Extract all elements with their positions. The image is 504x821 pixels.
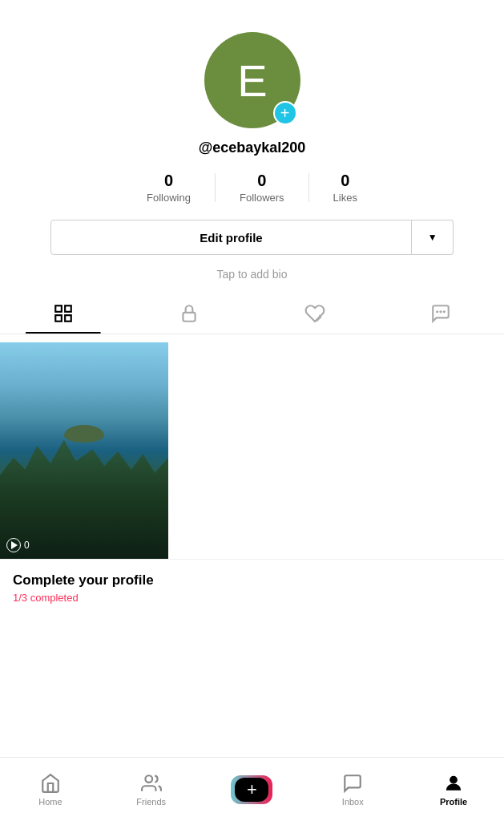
main-content: E + @ecebaykal200 0 Following 0 Follower…	[0, 0, 504, 674]
content-tabs	[0, 293, 504, 334]
add-avatar-button[interactable]: +	[273, 101, 297, 125]
more-options-button[interactable]: ▼	[412, 220, 454, 255]
complete-profile-banner[interactable]: Complete your profile 1/3 completed	[0, 559, 504, 610]
home-icon	[40, 773, 61, 794]
svg-rect-3	[65, 315, 71, 322]
avatar-letter: E	[237, 55, 266, 107]
profile-section: E + @ecebaykal200 0 Following 0 Follower…	[0, 0, 504, 342]
followers-count: 0	[257, 171, 266, 190]
bottom-nav: Home Friends + Inbox Profile	[0, 757, 504, 821]
svg-rect-1	[65, 305, 71, 312]
nav-profile[interactable]: Profile	[403, 773, 504, 807]
nav-friends[interactable]: Friends	[101, 773, 202, 807]
avatar-container[interactable]: E +	[204, 32, 300, 128]
view-count: 0	[24, 540, 30, 551]
tab-tagged[interactable]	[378, 293, 504, 334]
followers-stat[interactable]: 0 Followers	[216, 171, 308, 204]
stats-row: 0 Following 0 Followers 0 Likes	[0, 171, 504, 204]
plus-button-inner: +	[231, 775, 272, 804]
video-thumbnail[interactable]: 0	[0, 342, 168, 559]
profile-actions: Edit profile ▼	[50, 220, 454, 255]
inbox-label: Inbox	[342, 797, 364, 807]
plus-sign: +	[247, 779, 257, 800]
complete-profile-subtitle: 1/3 completed	[13, 592, 491, 604]
play-icon	[6, 538, 21, 552]
friends-icon	[141, 773, 162, 794]
likes-label: Likes	[333, 192, 357, 204]
svg-rect-0	[55, 305, 62, 312]
lock-icon	[179, 303, 200, 324]
profile-label: Profile	[440, 797, 467, 807]
create-button[interactable]: +	[202, 775, 303, 804]
following-stat[interactable]: 0 Following	[123, 171, 215, 204]
video-overlay: 0	[6, 538, 30, 552]
edit-profile-button[interactable]: Edit profile	[50, 220, 412, 255]
svg-point-8	[145, 775, 152, 783]
content-grid: 0	[0, 342, 504, 559]
complete-profile-title: Complete your profile	[13, 572, 491, 588]
following-count: 0	[164, 171, 173, 190]
liked-icon	[304, 303, 325, 324]
inbox-icon	[342, 773, 363, 794]
svg-rect-2	[55, 315, 62, 322]
profile-icon	[443, 773, 464, 794]
home-label: Home	[38, 797, 62, 807]
friends-label: Friends	[136, 797, 166, 807]
svg-point-9	[450, 776, 458, 783]
nav-inbox[interactable]: Inbox	[302, 773, 403, 807]
play-triangle	[11, 541, 18, 549]
followers-label: Followers	[240, 192, 284, 204]
video-preview	[0, 342, 168, 559]
grid-icon	[53, 303, 74, 324]
plus-icon: +	[280, 105, 290, 121]
tab-liked[interactable]	[252, 293, 378, 334]
tab-videos[interactable]	[0, 293, 126, 334]
likes-stat[interactable]: 0 Likes	[309, 171, 381, 204]
following-label: Following	[147, 192, 191, 204]
nav-home[interactable]: Home	[0, 773, 101, 807]
username: @ecebaykal200	[199, 140, 306, 156]
bio-placeholder[interactable]: Tap to add bio	[217, 268, 288, 281]
likes-count: 0	[341, 171, 349, 190]
tab-private[interactable]	[126, 293, 252, 334]
tagged-icon	[430, 303, 451, 324]
svg-rect-4	[183, 313, 195, 322]
